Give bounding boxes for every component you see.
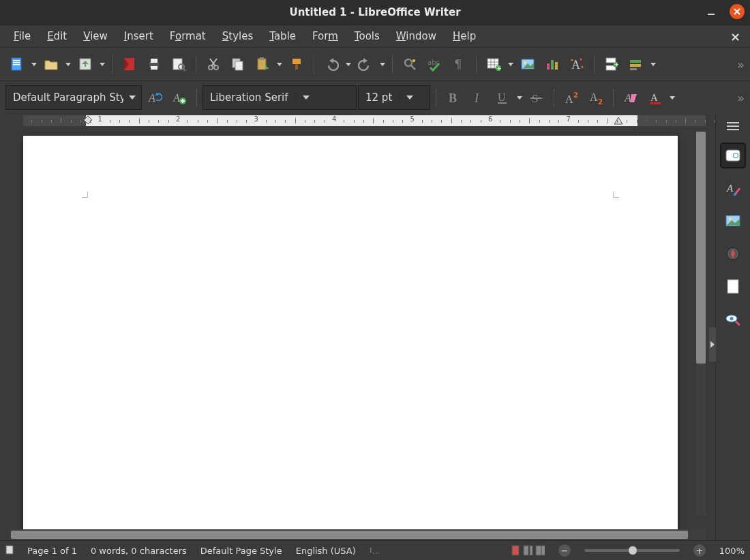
close-button[interactable] (730, 4, 745, 19)
vertical-scrollbar-track[interactable] (696, 132, 706, 516)
font-color-icon[interactable]: A (644, 86, 667, 109)
font-size-combo[interactable]: 12 pt (358, 85, 430, 110)
subscript-icon[interactable]: A2 (584, 86, 608, 109)
sidebar-navigator-icon[interactable] (721, 242, 745, 265)
save-dropdown[interactable] (98, 61, 106, 67)
redo-icon[interactable] (354, 53, 377, 76)
zoom-slider-knob[interactable] (628, 546, 638, 555)
menu-table[interactable]: Table (262, 27, 303, 45)
svg-marker-74 (406, 95, 413, 100)
menu-window[interactable]: Window (389, 27, 443, 45)
menu-view[interactable]: View (76, 27, 115, 45)
open-dropdown[interactable] (64, 61, 72, 67)
book-view-icon[interactable] (535, 545, 545, 556)
sidebar-properties-icon[interactable] (721, 144, 745, 167)
find-replace-icon[interactable] (398, 53, 421, 76)
paste-dropdown[interactable] (275, 61, 284, 67)
horizontal-scrollbar[interactable] (10, 529, 706, 540)
sidebar-styles-icon[interactable]: A (721, 177, 745, 200)
ruler-number: 5 (410, 115, 415, 123)
word-count[interactable]: 0 words, 0 characters (91, 546, 187, 556)
strikethrough-icon[interactable]: S (525, 86, 548, 109)
page-status[interactable]: Page 1 of 1 (27, 546, 77, 556)
toolbar-overflow-icon[interactable]: » (737, 91, 745, 105)
document-close-icon[interactable]: × (730, 29, 740, 44)
multi-page-view-icon[interactable] (523, 545, 532, 556)
zoom-out-button[interactable]: − (558, 544, 571, 557)
horizontal-ruler[interactable]: 12345678 (10, 114, 706, 128)
clone-formatting-icon[interactable] (285, 53, 308, 76)
sidebar-collapse-handle[interactable] (709, 327, 716, 362)
svg-rect-64 (630, 68, 637, 70)
menu-help[interactable]: Help (446, 27, 483, 45)
toolbar-overflow-icon[interactable]: » (737, 57, 745, 72)
svg-marker-8 (65, 63, 71, 66)
clear-formatting-icon[interactable]: A (619, 86, 642, 109)
language-status[interactable]: English (USA) (296, 546, 356, 556)
sidebar-style-inspector-icon[interactable] (721, 308, 745, 331)
underline-icon[interactable]: U (491, 86, 514, 109)
underline-dropdown[interactable] (515, 95, 524, 100)
page-style-status[interactable]: Default Page Style (200, 546, 282, 556)
save-indicator-icon[interactable] (5, 545, 14, 557)
undo-dropdown[interactable] (344, 61, 352, 67)
insert-image-icon[interactable] (516, 53, 539, 76)
font-name-combo[interactable]: Liberation Serif (202, 85, 357, 110)
undo-icon[interactable] (320, 53, 343, 76)
menu-format[interactable]: Format (163, 27, 213, 45)
zoom-percentage[interactable]: 100% (719, 546, 745, 556)
italic-icon[interactable]: I (466, 86, 490, 109)
menu-edit[interactable]: Edit (40, 27, 74, 45)
font-color-dropdown[interactable] (668, 95, 676, 100)
save-icon[interactable] (74, 53, 97, 76)
zoom-slider[interactable] (584, 549, 680, 552)
formatting-marks-icon[interactable]: ¶ (447, 53, 470, 76)
insert-table-dropdown[interactable] (507, 61, 515, 67)
menu-tools[interactable]: Tools (348, 27, 387, 45)
svg-rect-48 (522, 59, 534, 69)
insert-table-icon[interactable]: + (482, 53, 505, 76)
sidebar-page-icon[interactable] (721, 275, 745, 298)
indent-marker-icon[interactable] (614, 115, 623, 128)
minimize-button[interactable] (704, 4, 719, 19)
insert-text-box-icon[interactable]: A (565, 53, 588, 76)
spellcheck-icon[interactable]: abc (423, 53, 446, 76)
insert-mode-icon[interactable]: I (370, 545, 380, 557)
svg-text:A: A (650, 92, 658, 103)
paste-icon[interactable] (251, 53, 274, 76)
new-style-icon[interactable]: A (168, 86, 191, 109)
export-pdf-icon[interactable] (118, 53, 141, 76)
update-style-icon[interactable]: A (143, 86, 166, 109)
menu-insert[interactable]: Insert (117, 27, 160, 45)
sidebar-gallery-icon[interactable] (721, 209, 745, 233)
vertical-scrollbar-thumb[interactable] (696, 132, 706, 364)
print-icon[interactable] (142, 53, 166, 76)
menu-file[interactable]: File (7, 27, 38, 45)
document-viewport[interactable] (10, 132, 706, 529)
new-icon[interactable] (5, 53, 29, 76)
svg-point-19 (209, 65, 213, 70)
zoom-in-button[interactable]: + (693, 544, 706, 557)
menu-form[interactable]: Form (305, 27, 345, 45)
single-page-view-icon[interactable] (511, 545, 520, 556)
cut-icon[interactable] (202, 53, 225, 76)
insert-field-dropdown[interactable] (649, 61, 657, 67)
paragraph-style-combo[interactable]: Default Paragraph Style (5, 85, 142, 110)
insert-page-break-icon[interactable]: + (600, 53, 623, 76)
document-page[interactable] (23, 136, 678, 529)
copy-icon[interactable] (226, 53, 250, 76)
bold-icon[interactable]: B (442, 86, 465, 109)
indent-marker-icon[interactable] (83, 115, 93, 128)
sidebar-settings-icon[interactable] (721, 118, 745, 134)
horizontal-scrollbar-thumb[interactable] (11, 531, 688, 539)
svg-line-100 (735, 188, 740, 194)
menu-styles[interactable]: Styles (215, 27, 260, 45)
superscript-icon[interactable]: A2 (560, 86, 583, 109)
print-preview-icon[interactable] (167, 53, 190, 76)
insert-chart-icon[interactable] (541, 53, 564, 76)
insert-field-icon[interactable] (625, 53, 648, 76)
svg-point-98 (734, 153, 738, 158)
redo-dropdown[interactable] (378, 61, 387, 67)
open-icon[interactable] (40, 53, 63, 76)
new-dropdown[interactable] (30, 61, 38, 67)
